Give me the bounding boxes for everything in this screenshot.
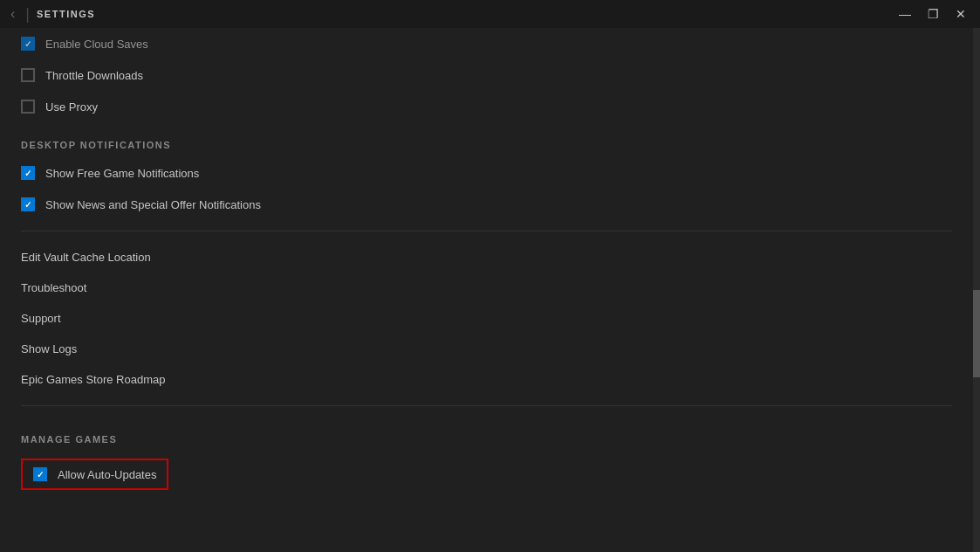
throttle-downloads-row[interactable]: Throttle Downloads xyxy=(21,59,952,91)
allow-auto-updates-highlighted[interactable]: Allow Auto-Updates xyxy=(21,459,168,490)
settings-panel[interactable]: Enable Cloud Saves Throttle Downloads Us… xyxy=(0,28,973,552)
free-game-notifications-checkbox[interactable] xyxy=(21,166,35,180)
news-notifications-label: Show News and Special Offer Notification… xyxy=(45,198,261,211)
separator: | xyxy=(25,5,30,24)
enable-cloud-saves-label: Enable Cloud Saves xyxy=(45,38,148,51)
show-logs-link[interactable]: Show Logs xyxy=(21,334,952,364)
desktop-notifications-header: DESKTOP NOTIFICATIONS xyxy=(21,122,952,157)
support-label: Support xyxy=(21,312,61,325)
show-logs-label: Show Logs xyxy=(21,342,77,355)
close-button[interactable]: ✕ xyxy=(949,2,973,26)
enable-cloud-saves-checkbox[interactable] xyxy=(21,37,35,51)
enable-cloud-saves-row[interactable]: Enable Cloud Saves xyxy=(21,28,952,59)
page-title: SETTINGS xyxy=(37,9,95,19)
throttle-downloads-label: Throttle Downloads xyxy=(45,69,143,82)
maximize-button[interactable]: ❐ xyxy=(921,2,945,26)
window-controls: — ❐ ✕ xyxy=(893,2,973,26)
news-notifications-checkbox[interactable] xyxy=(21,197,35,211)
use-proxy-row[interactable]: Use Proxy xyxy=(21,91,952,122)
divider-1 xyxy=(21,231,952,231)
edit-vault-link[interactable]: Edit Vault Cache Location xyxy=(21,242,952,273)
edit-vault-label: Edit Vault Cache Location xyxy=(21,251,151,264)
troubleshoot-link[interactable]: Troubleshoot xyxy=(21,273,952,303)
main-content: Enable Cloud Saves Throttle Downloads Us… xyxy=(0,28,980,552)
free-game-notifications-label: Show Free Game Notifications xyxy=(45,167,199,180)
title-bar-left: ‹ | SETTINGS xyxy=(7,3,95,25)
use-proxy-checkbox[interactable] xyxy=(21,100,35,114)
minimize-button[interactable]: — xyxy=(893,2,917,26)
support-link[interactable]: Support xyxy=(21,303,952,334)
news-notifications-row[interactable]: Show News and Special Offer Notification… xyxy=(21,189,952,220)
free-game-notifications-row[interactable]: Show Free Game Notifications xyxy=(21,157,952,189)
divider-2 xyxy=(21,405,952,406)
throttle-downloads-checkbox[interactable] xyxy=(21,68,35,82)
allow-auto-updates-label: Allow Auto-Updates xyxy=(58,468,156,481)
roadmap-label: Epic Games Store Roadmap xyxy=(21,373,165,386)
manage-games-header: MANAGE GAMES xyxy=(21,417,952,452)
roadmap-link[interactable]: Epic Games Store Roadmap xyxy=(21,364,952,395)
scrollbar-thumb[interactable] xyxy=(973,290,980,377)
troubleshoot-label: Troubleshoot xyxy=(21,281,86,294)
allow-auto-updates-checkbox[interactable] xyxy=(33,467,47,481)
use-proxy-label: Use Proxy xyxy=(45,100,98,114)
scrollbar-track[interactable] xyxy=(973,28,980,552)
title-bar: ‹ | SETTINGS — ❐ ✕ xyxy=(0,0,980,28)
back-button[interactable]: ‹ xyxy=(7,3,18,25)
